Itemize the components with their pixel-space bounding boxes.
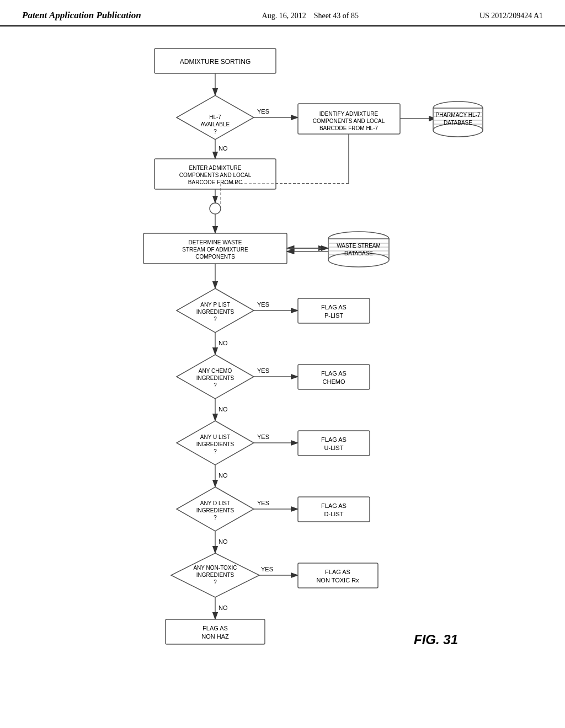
p-list-label3: ? bbox=[214, 316, 217, 322]
u-list-label1: ANY U LIST bbox=[200, 434, 230, 440]
determine-label1: DETERMINE WASTE bbox=[189, 239, 242, 245]
publication-number: US 2012/209424 A1 bbox=[479, 12, 543, 20]
hl7-available-label2: AVAILABLE bbox=[201, 121, 230, 127]
publication-title: Patent Application Publication bbox=[22, 10, 141, 21]
waste-db-label1: WASTE STREAM bbox=[337, 243, 381, 249]
hl7-available-label: HL-7 bbox=[209, 114, 221, 120]
d-no-label: NO bbox=[218, 538, 228, 545]
flag-chemo-label1: FLAG AS bbox=[321, 370, 347, 377]
fig-label: FIG. 31 bbox=[414, 632, 458, 647]
publication-date-sheet: Aug. 16, 2012 Sheet 43 of 85 bbox=[262, 12, 359, 20]
identify-label3: BARCODE FROM HL-7 bbox=[319, 125, 379, 131]
flowchart-diagram: ADMIXTURE SORTING HL-7 AVAILABLE ? YES I… bbox=[0, 26, 565, 721]
u-yes-label: YES bbox=[257, 433, 269, 440]
d-list-label3: ? bbox=[214, 515, 217, 521]
flag-p-label1: FLAG AS bbox=[321, 304, 347, 311]
flag-u-label1: FLAG AS bbox=[321, 436, 347, 443]
non-toxic-label1: ANY NON-TOXIC bbox=[193, 565, 237, 571]
d-list-label1: ANY D LIST bbox=[200, 500, 230, 506]
pharmacy-db-label2: DATABASE bbox=[444, 120, 472, 126]
svg-rect-56 bbox=[166, 619, 265, 644]
non-toxic-no-label: NO bbox=[218, 604, 228, 611]
chemo-yes-label: YES bbox=[257, 367, 269, 374]
non-toxic-yes-label: YES bbox=[261, 566, 273, 572]
determine-label2: STREAM OF ADMIXTURE bbox=[182, 247, 248, 253]
flag-u-label2: U-LIST bbox=[324, 445, 344, 451]
d-yes-label: YES bbox=[257, 500, 269, 506]
non-toxic-label2: INGREDIENTS bbox=[196, 572, 234, 578]
u-list-label3: ? bbox=[214, 448, 217, 454]
p-no-label: NO bbox=[218, 340, 228, 346]
flowchart-svg: ADMIXTURE SORTING HL-7 AVAILABLE ? YES I… bbox=[0, 26, 565, 721]
flag-non-toxic-label1: FLAG AS bbox=[325, 569, 350, 575]
svg-rect-38 bbox=[298, 298, 370, 323]
p-list-label2: INGREDIENTS bbox=[196, 309, 234, 315]
flag-non-haz-label1: FLAG AS bbox=[202, 625, 228, 631]
svg-rect-50 bbox=[298, 497, 370, 522]
identify-label2: COMPONENTS AND LOCAL bbox=[313, 118, 385, 124]
enter-label1: ENTER ADMIXTURE bbox=[189, 165, 241, 171]
hl7-yes-label: YES bbox=[257, 108, 269, 115]
chemo-no-label: NO bbox=[218, 406, 228, 413]
hl7-no-label: NO bbox=[218, 145, 228, 152]
svg-rect-42 bbox=[298, 365, 370, 389]
p-yes-label: YES bbox=[257, 301, 269, 308]
flag-d-label1: FLAG AS bbox=[321, 502, 347, 509]
svg-rect-46 bbox=[298, 431, 370, 456]
u-no-label: NO bbox=[218, 472, 228, 479]
page-header: Patent Application Publication Aug. 16, … bbox=[0, 0, 565, 26]
enter-label3: BARCODE FROM PC bbox=[188, 179, 242, 185]
identify-label1: IDENTIFY ADMIXTURE bbox=[319, 111, 379, 117]
hl7-available-label3: ? bbox=[214, 129, 217, 135]
flag-p-label2: P-LIST bbox=[324, 312, 344, 319]
chemo-label3: ? bbox=[214, 382, 217, 388]
determine-label3: COMPONENTS bbox=[195, 254, 235, 260]
d-list-label2: INGREDIENTS bbox=[196, 507, 234, 513]
svg-rect-54 bbox=[298, 563, 378, 588]
chemo-label1: ANY CHEMO bbox=[199, 368, 232, 374]
pharmacy-db-label1: PHARMACY HL-7 bbox=[436, 112, 481, 118]
non-toxic-label3: ? bbox=[214, 579, 217, 585]
p-list-label1: ANY P LIST bbox=[200, 302, 230, 308]
flag-non-haz-label2: NON HAZ bbox=[201, 633, 229, 640]
waste-db-label2: DATABASE bbox=[344, 250, 373, 256]
chemo-label2: INGREDIENTS bbox=[196, 375, 234, 381]
u-list-label2: INGREDIENTS bbox=[196, 441, 234, 447]
svg-point-18 bbox=[210, 203, 221, 214]
flag-d-label2: D-LIST bbox=[324, 511, 344, 517]
enter-label2: COMPONENTS AND LOCAL bbox=[179, 172, 252, 178]
flag-chemo-label2: CHEMO bbox=[323, 378, 345, 385]
flag-non-toxic-label2: NON TOXIC Rx bbox=[316, 577, 359, 584]
admixture-sorting-label: ADMIXTURE SORTING bbox=[180, 58, 250, 66]
